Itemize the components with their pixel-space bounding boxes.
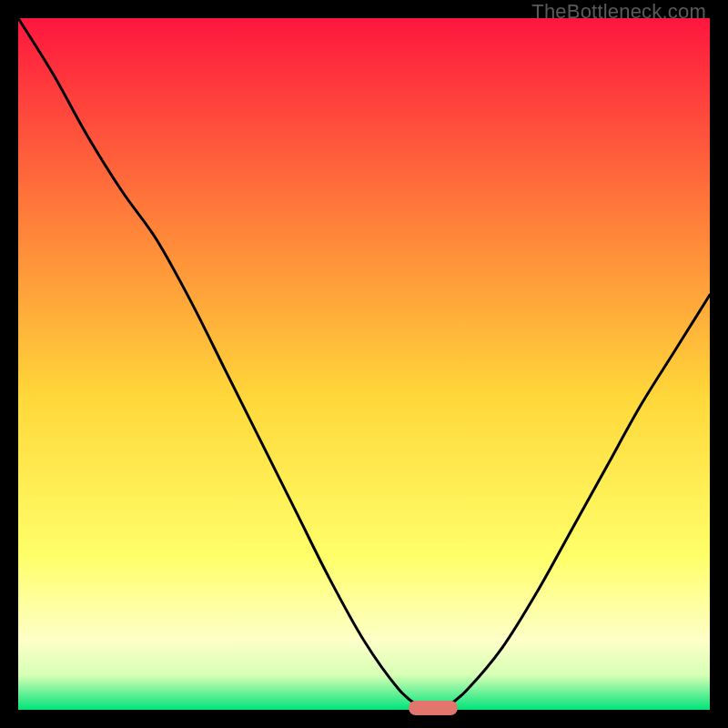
optimal-marker xyxy=(409,701,457,714)
watermark-text: TheBottleneck.com xyxy=(531,0,706,24)
bottleneck-chart xyxy=(18,18,710,710)
gradient-background xyxy=(18,18,710,710)
